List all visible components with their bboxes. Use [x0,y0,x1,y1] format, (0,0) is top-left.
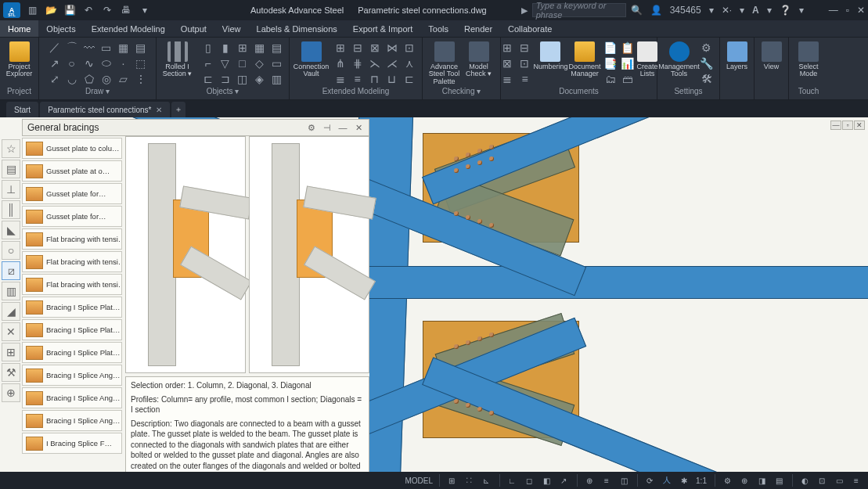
minimize-icon[interactable]: — [829,5,838,16]
restore-icon[interactable]: ▫ [846,5,849,16]
close-icon[interactable]: ✕ [353,122,364,133]
snap-icon[interactable]: ⸬ [462,474,476,487]
tab-tools[interactable]: Tools [420,20,456,37]
lineweight-icon[interactable]: ≡ [600,474,614,487]
cat-stiffener-icon[interactable]: ▥ [2,282,20,300]
tab-collaborate[interactable]: Collaborate [500,20,560,37]
point-icon[interactable]: · [116,56,131,70]
view-button[interactable]: View [758,40,785,87]
qat-save-icon[interactable]: 💾 [63,3,77,17]
3dosnap-icon[interactable]: ◧ [539,474,553,487]
a-icon[interactable]: A [752,5,759,16]
search-icon[interactable]: 🔍 [631,5,643,16]
qat-open-icon[interactable]: 📂 [44,3,58,17]
user-id[interactable]: 345465 [670,5,701,16]
help-icon[interactable]: ❔ [780,5,791,16]
polyline-icon[interactable]: 〰 [81,41,97,55]
ray-icon[interactable]: ↗ [47,56,63,70]
list-item[interactable]: Flat bracing with tensi… [22,274,122,295]
list-item[interactable]: Gusset plate at o… [22,160,122,182]
layers-button[interactable]: Layers [723,40,751,87]
list-item[interactable]: Bracing I Splice Ang… [22,410,122,431]
anno-monitor-icon[interactable]: ⊕ [737,474,751,487]
cat-user-icon[interactable]: ⊕ [2,383,20,402]
annotation-icon[interactable]: 人 [660,474,674,487]
qat-new-icon[interactable]: ▥ [25,3,39,17]
list-item[interactable]: Bracing I Splice Plat… [22,297,122,318]
list-item[interactable]: Gusset plate for… [22,183,122,204]
cycling-icon[interactable]: ⟳ [643,474,657,487]
cat-angle-icon[interactable]: ◣ [2,221,20,239]
spline-icon[interactable]: ∿ [81,56,97,70]
list-item[interactable]: Bracing I Splice Ang… [22,387,122,408]
qat-dropdown-icon[interactable]: ▾ [138,3,152,17]
workspace-icon[interactable]: ⚙ [720,474,734,487]
rolled-isection-button[interactable]: Rolled I Section ▾ [161,40,194,87]
anno-scale-icon[interactable]: ✱ [677,474,691,487]
cleanscreen-icon[interactable]: ▭ [832,474,846,487]
polygon-icon[interactable]: ⬠ [81,72,97,86]
app-icon[interactable]: A [3,2,20,18]
scale-icon[interactable]: 1:1 [694,474,708,487]
select-mode-button[interactable]: Select Mode [792,40,825,87]
signin-icon[interactable]: 👤 [650,5,662,16]
cat-turnbuckle-icon[interactable]: ✕ [2,322,20,341]
wipe-icon[interactable]: ▱ [116,72,131,86]
minimize-icon[interactable]: — [337,122,348,133]
list-item[interactable]: Bracing I Splice Plat… [22,319,122,340]
hardware-icon[interactable]: ⊡ [815,474,829,487]
circle-icon[interactable]: ○ [64,56,80,70]
tab-render[interactable]: Render [456,20,500,37]
list-item[interactable]: Gusset plate to colu… [22,138,122,159]
region-icon[interactable]: ⬚ [133,56,149,70]
xline-icon[interactable]: ⤢ [47,72,63,86]
list-item[interactable]: Flat bracing with tensi… [22,228,122,250]
cat-bracing-icon[interactable]: ⧄ [2,261,20,280]
grid-icon[interactable]: ⊞ [445,474,459,487]
dyn-input-icon[interactable]: ⊕ [582,474,596,487]
rect-icon[interactable]: ▭ [99,41,114,55]
search-input[interactable]: Type a keyword or phrase [532,3,626,17]
units-icon[interactable]: ◨ [755,474,769,487]
list-item[interactable]: Flat bracing with tensi… [22,251,122,272]
customize-icon[interactable]: ≡ [849,474,863,487]
tab-extended-modeling[interactable]: Extended Modeling [84,20,173,37]
doctab-add[interactable]: ＋ [171,102,185,117]
list-item[interactable]: Gusset plate for… [22,206,122,227]
doctab-parametric[interactable]: Parametric steel connections*✕ [40,102,170,117]
management-tools-button[interactable]: Management Tools [663,40,696,87]
tab-output[interactable]: Output [173,20,214,37]
tab-view[interactable]: View [214,20,249,37]
cat-misc-icon[interactable]: ⊞ [2,343,20,361]
arc2-icon[interactable]: ◡ [64,72,80,86]
tab-export-import[interactable]: Export & Import [345,20,420,37]
cat-tools-icon[interactable]: ⚒ [2,363,20,382]
transparency-icon[interactable]: ◫ [617,474,631,487]
quickprops-icon[interactable]: ▤ [772,474,786,487]
arc-icon[interactable]: ⌒ [64,41,80,55]
project-explorer-button[interactable]: Project Explorer [3,40,35,87]
line-icon[interactable]: ／ [47,41,63,55]
list-item[interactable]: Bracing I Splice Ang… [22,365,122,386]
connection-vault-button[interactable]: Connection Vault [295,40,328,87]
cat-favorites-icon[interactable]: ☆ [2,139,20,158]
donut-icon[interactable]: ◎ [99,72,114,86]
divide-icon[interactable]: ⋮ [133,72,149,86]
list-item[interactable]: I Bracing Splice F… [22,433,122,454]
polar-icon[interactable]: ∟ [505,474,519,487]
qat-undo-icon[interactable]: ↶ [81,3,95,17]
cat-plates-icon[interactable]: ▤ [2,160,20,178]
cat-splice-icon[interactable]: ║ [2,200,20,219]
close-icon[interactable]: ✕ [156,106,162,114]
tab-labels-dimensions[interactable]: Labels & Dimensions [249,20,345,37]
tab-home[interactable]: Home [0,20,38,37]
ortho-icon[interactable]: ⊾ [479,474,493,487]
pin-icon[interactable]: ⊣ [322,122,333,133]
tool-palette-button[interactable]: Advance Steel Tool Palette [428,40,461,87]
tab-objects[interactable]: Objects [38,20,83,37]
hatch-icon[interactable]: ▦ [116,41,131,55]
grid-icon[interactable]: ▤ [133,41,149,55]
qat-print-icon[interactable]: 🖶 [119,3,133,17]
model-check-button[interactable]: Model Check ▾ [463,40,495,87]
appstore-icon[interactable]: ✕· [722,5,732,16]
